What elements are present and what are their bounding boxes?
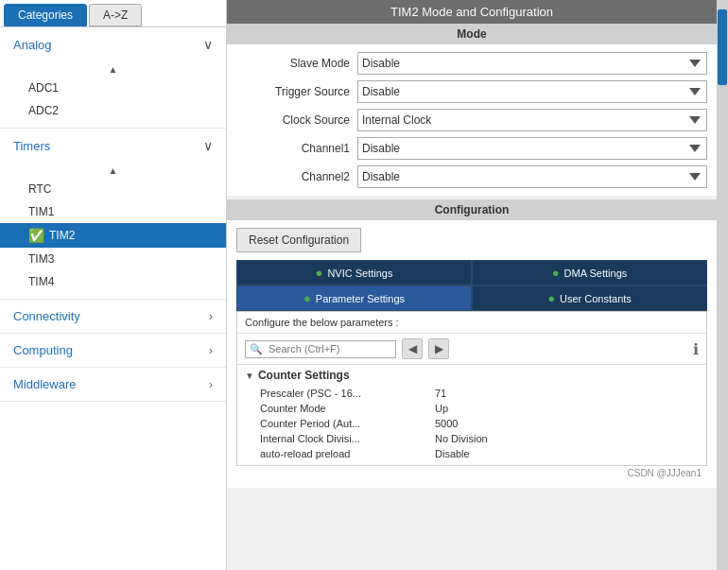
- analog-items: ▲ ADC1 ADC2: [0, 61, 226, 128]
- sort-up: ▲: [109, 65, 118, 75]
- section-connectivity: Connectivity ›: [0, 300, 226, 334]
- counter-period-value: 5000: [435, 418, 458, 429]
- nav-next-button[interactable]: ▶: [428, 338, 449, 359]
- section-timers-label: Timers: [13, 139, 50, 153]
- trigger-source-label: Trigger Source: [236, 85, 350, 98]
- section-computing-label: Computing: [13, 343, 73, 357]
- sidebar-item-adc1[interactable]: ADC1: [0, 77, 226, 99]
- search-input-wrap: 🔍: [245, 340, 396, 358]
- params-area: Configure the below parameters : 🔍 ◀ ▶ ℹ…: [236, 311, 707, 466]
- section-connectivity-header[interactable]: Connectivity ›: [0, 300, 226, 333]
- nvic-label: NVIC Settings: [327, 268, 392, 279]
- search-row: 🔍 ◀ ▶ ℹ: [237, 334, 706, 365]
- middleware-chevron: ›: [209, 378, 213, 391]
- tab-categories[interactable]: Categories: [4, 4, 87, 26]
- param-row-counter-mode: Counter Mode Up: [245, 401, 699, 416]
- trigger-source-select[interactable]: Disable: [357, 80, 707, 103]
- param-check-icon: ●: [303, 291, 311, 305]
- tab-nvic-settings[interactable]: ● NVIC Settings: [236, 260, 472, 285]
- sidebar-item-tim2[interactable]: ✅ TIM2: [0, 223, 226, 248]
- param-row-counter-period: Counter Period (Aut... 5000: [245, 416, 699, 431]
- counter-period-label: Counter Period (Aut...: [260, 418, 435, 429]
- section-analog-header[interactable]: Analog ∨: [0, 27, 226, 61]
- clock-source-select[interactable]: Internal Clock: [357, 109, 707, 131]
- main-title: TIM2 Mode and Configuration: [227, 0, 717, 24]
- sidebar-item-rtc[interactable]: RTC: [0, 178, 226, 200]
- channel2-select[interactable]: Disable: [357, 165, 707, 188]
- form-row-slave-mode: Slave Mode Disable: [236, 52, 707, 75]
- config-body: Reset Configuration ● NVIC Settings ● DM…: [227, 220, 717, 488]
- tim2-check-icon: ✅: [28, 228, 44, 243]
- connectivity-chevron: ›: [209, 310, 213, 323]
- section-middleware-header[interactable]: Middleware ›: [0, 368, 226, 401]
- channel2-label: Channel2: [236, 170, 350, 183]
- watermark: CSDN @JJJean1: [236, 466, 707, 480]
- mode-section: Mode Slave Mode Disable Trigger Source D…: [227, 24, 717, 196]
- form-row-clock-source: Clock Source Internal Clock: [236, 109, 707, 131]
- param-label: Parameter Settings: [316, 293, 405, 304]
- timers-chevron: ∨: [203, 138, 213, 153]
- computing-chevron: ›: [209, 344, 213, 357]
- param-row-clock-division: Internal Clock Divisi... No Division: [245, 431, 699, 446]
- tab-user-constants[interactable]: ● User Constants: [472, 285, 707, 311]
- param-row-autoreload: auto-reload preload Disable: [245, 446, 699, 461]
- mode-body: Slave Mode Disable Trigger Source Disabl…: [227, 44, 717, 196]
- channel1-label: Channel1: [236, 142, 350, 155]
- config-tab-row-2: ● Parameter Settings ● User Constants: [236, 285, 707, 311]
- user-check-icon: ●: [547, 291, 555, 305]
- mode-header: Mode: [227, 24, 717, 44]
- sidebar-item-tim1[interactable]: TIM1: [0, 200, 226, 223]
- sidebar-tabs: Categories A->Z: [0, 0, 226, 27]
- counter-mode-label: Counter Mode: [260, 403, 435, 414]
- clock-division-value: No Division: [435, 433, 488, 444]
- form-row-trigger-source: Trigger Source Disable: [236, 80, 707, 103]
- sidebar-content: Analog ∨ ▲ ADC1 ADC2 Timers ∨ ▲ RTC: [0, 27, 226, 570]
- form-row-channel2: Channel2 Disable: [236, 165, 707, 188]
- section-middleware: Middleware ›: [0, 368, 226, 402]
- sort-up-timer: ▲: [109, 166, 118, 176]
- dma-label: DMA Settings: [564, 268, 628, 279]
- section-analog-label: Analog: [13, 38, 51, 52]
- counter-arrow-icon: ▼: [245, 371, 254, 381]
- sidebar-item-tim4[interactable]: TIM4: [0, 270, 226, 293]
- dma-check-icon: ●: [552, 266, 560, 280]
- section-analog: Analog ∨ ▲ ADC1 ADC2: [0, 27, 226, 129]
- channel1-select[interactable]: Disable: [357, 137, 707, 160]
- section-connectivity-label: Connectivity: [13, 309, 80, 323]
- clock-division-label: Internal Clock Divisi...: [260, 433, 435, 444]
- timers-items: ▲ RTC TIM1 ✅ TIM2 TIM3 TIM4: [0, 163, 226, 299]
- section-timers-header[interactable]: Timers ∨: [0, 129, 226, 163]
- sidebar-item-adc2[interactable]: ADC2: [0, 99, 226, 122]
- config-tab-row-1: ● NVIC Settings ● DMA Settings: [236, 260, 707, 285]
- slave-mode-select[interactable]: Disable: [357, 52, 707, 75]
- tim2-label: TIM2: [49, 229, 75, 242]
- tab-atoz[interactable]: A->Z: [89, 4, 142, 26]
- search-icon: 🔍: [246, 341, 267, 357]
- analog-sort-arrows: ▲: [0, 63, 226, 77]
- tab-parameter-settings[interactable]: ● Parameter Settings: [236, 285, 472, 311]
- right-scrollbar[interactable]: [717, 0, 728, 570]
- sidebar-item-tim3[interactable]: TIM3: [0, 248, 226, 270]
- reset-config-button[interactable]: Reset Configuration: [236, 228, 361, 252]
- info-icon[interactable]: ℹ: [693, 340, 699, 358]
- section-computing-header[interactable]: Computing ›: [0, 334, 226, 367]
- counter-mode-value: Up: [435, 403, 448, 414]
- form-row-channel1: Channel1 Disable: [236, 137, 707, 160]
- main-inner: TIM2 Mode and Configuration Mode Slave M…: [227, 0, 717, 570]
- section-computing: Computing ›: [0, 334, 226, 368]
- timers-sort-arrows: ▲: [0, 164, 226, 178]
- search-input[interactable]: [267, 341, 395, 356]
- tab-dma-settings[interactable]: ● DMA Settings: [472, 260, 707, 285]
- params-header-text: Configure the below parameters :: [237, 312, 706, 334]
- slave-mode-label: Slave Mode: [236, 57, 350, 70]
- nvic-check-icon: ●: [316, 266, 323, 280]
- section-timers: Timers ∨ ▲ RTC TIM1 ✅ TIM2 TIM3 TIM4: [0, 129, 226, 300]
- nav-prev-button[interactable]: ◀: [402, 338, 423, 359]
- analog-chevron: ∨: [203, 37, 213, 52]
- autoreload-value: Disable: [435, 448, 470, 459]
- scrollbar-thumb: [718, 9, 727, 85]
- prescaler-value: 71: [435, 388, 446, 399]
- param-row-prescaler: Prescaler (PSC - 16... 71: [245, 386, 699, 401]
- sidebar: Categories A->Z Analog ∨ ▲ ADC1 ADC2 Tim…: [0, 0, 227, 570]
- section-middleware-label: Middleware: [13, 377, 76, 391]
